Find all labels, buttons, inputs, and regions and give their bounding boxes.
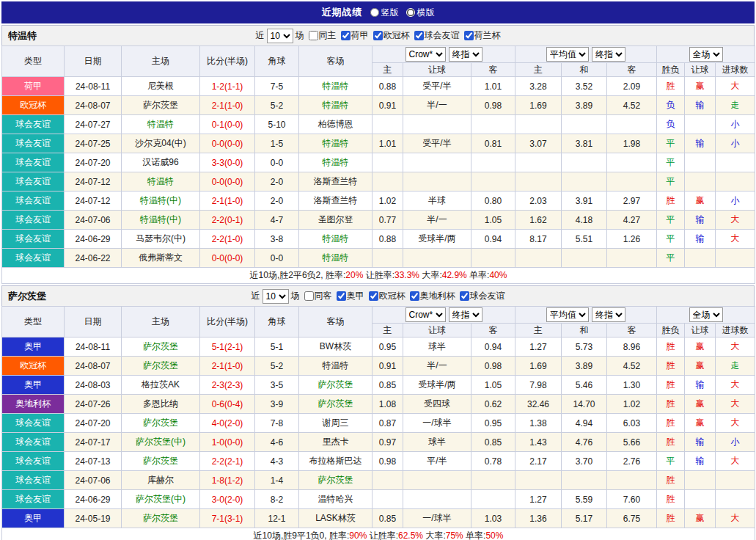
home-team[interactable]: 萨尔茨堡 <box>122 357 200 376</box>
result-handicap <box>685 115 716 134</box>
league-checkbox[interactable] <box>414 31 424 40</box>
horizontal-layout-radio[interactable] <box>406 8 415 17</box>
home-team[interactable]: 尼美根 <box>122 77 200 96</box>
match-score[interactable]: 2-1(1-0) <box>200 96 255 115</box>
vertical-layout-radio[interactable] <box>370 8 379 17</box>
away-team[interactable]: BW林茨 <box>299 338 373 357</box>
match-score[interactable]: 2-3(2-3) <box>200 376 255 395</box>
league-filter-2[interactable]: 欧冠杯 <box>373 29 410 42</box>
home-team[interactable]: 萨尔茨堡(中) <box>122 490 200 509</box>
home-team[interactable]: 萨尔茨堡 <box>122 509 200 528</box>
away-team[interactable]: 特温特 <box>299 153 373 172</box>
odds-home: 0.87 <box>373 414 403 433</box>
away-team[interactable]: 萨尔茨堡 <box>299 395 373 414</box>
away-team[interactable]: 温特哈兴 <box>299 490 373 509</box>
away-team[interactable]: 圣图尔登 <box>299 211 373 230</box>
away-team[interactable]: 特温特 <box>299 249 373 268</box>
match-score[interactable]: 0-0(0-0) <box>200 134 255 153</box>
match-score[interactable]: 0-0(0-0) <box>200 249 255 268</box>
avg-period-select[interactable]: 终指 <box>592 47 625 62</box>
match-score[interactable]: 2-2(2-1) <box>200 452 255 471</box>
home-team[interactable]: 俄弗斯蒂文 <box>122 249 200 268</box>
home-team[interactable]: 汉诺威96 <box>122 153 200 172</box>
odds-company-select[interactable]: Crow* <box>405 47 446 62</box>
odds-period-select[interactable]: 终指 <box>449 307 482 322</box>
home-team[interactable]: 萨尔茨堡 <box>122 414 200 433</box>
league-checkbox[interactable] <box>464 31 474 40</box>
home-team[interactable]: 马瑟韦尔(中) <box>122 230 200 249</box>
league-checkbox[interactable] <box>337 291 346 301</box>
avg-source-select[interactable]: 平均值 <box>546 47 589 62</box>
match-score[interactable]: 4-0(2-0) <box>200 414 255 433</box>
odds-company-select[interactable]: Crow* <box>405 307 446 322</box>
league-filter-2[interactable]: 欧冠杯 <box>369 290 405 302</box>
same-venue-checkbox[interactable] <box>304 291 314 301</box>
match-score[interactable]: 1-2(1-1) <box>200 77 255 96</box>
away-team[interactable]: 洛斯查兰特 <box>299 191 373 211</box>
away-team[interactable]: 洛斯查兰特 <box>299 172 373 191</box>
home-team[interactable]: 萨尔茨堡 <box>122 338 200 357</box>
layout-option-horizontal[interactable]: 横版 <box>406 7 435 19</box>
odds-period-select[interactable]: 终指 <box>449 47 482 62</box>
layout-option-vertical[interactable]: 竖版 <box>370 7 399 19</box>
league-filter-4[interactable]: 荷兰杯 <box>464 29 501 42</box>
away-team[interactable]: 特温特 <box>299 96 373 115</box>
match-date: 24-07-20 <box>65 414 122 433</box>
match-score[interactable]: 1-0(0-0) <box>200 433 255 452</box>
away-team[interactable]: 谢周三 <box>299 414 373 433</box>
home-team[interactable]: 萨尔茨堡 <box>122 96 200 115</box>
match-count-select[interactable]: 10 <box>263 289 289 304</box>
home-team[interactable]: 库赫尔 <box>122 471 200 490</box>
match-score[interactable]: 2-2(0-1) <box>200 211 255 230</box>
sub-header-cover: 让球 <box>685 324 716 338</box>
away-team[interactable]: 萨尔茨堡 <box>299 376 373 395</box>
fulltime-select[interactable]: 全场 <box>689 307 723 322</box>
avg-period-select[interactable]: 终指 <box>592 307 625 322</box>
same-venue-filter[interactable]: 同主 <box>309 29 337 42</box>
league-checkbox[interactable] <box>410 291 419 301</box>
match-score[interactable]: 2-2(1-0) <box>200 230 255 249</box>
match-score[interactable]: 0-0(0-0) <box>200 172 255 191</box>
league-checkbox[interactable] <box>369 291 378 301</box>
league-filter-4[interactable]: 球会友谊 <box>460 290 505 302</box>
league-filter-1[interactable]: 奥甲 <box>337 290 364 302</box>
away-team[interactable]: LASK林茨 <box>299 509 373 528</box>
home-team[interactable]: 多恩比纳 <box>122 395 200 414</box>
away-team[interactable]: 特温特 <box>299 77 373 96</box>
home-team[interactable]: 特温特(中) <box>122 211 200 230</box>
away-team[interactable]: 里杰卡 <box>299 433 373 452</box>
match-score[interactable]: 1-8(1-2) <box>200 471 255 490</box>
match-score[interactable]: 2-1(1-0) <box>200 357 255 376</box>
match-score[interactable]: 0-1(0-0) <box>200 115 255 134</box>
match-score[interactable]: 0-6(0-4) <box>200 395 255 414</box>
league-checkbox[interactable] <box>341 31 351 40</box>
away-team[interactable]: 布拉格斯巴达 <box>299 452 373 471</box>
home-team[interactable]: 萨尔茨堡(中) <box>122 433 200 452</box>
league-checkbox[interactable] <box>460 291 469 301</box>
match-score[interactable]: 2-1(1-0) <box>200 191 255 211</box>
away-team[interactable]: 特温特 <box>299 357 373 376</box>
fulltime-select[interactable]: 全场 <box>689 47 723 62</box>
away-team[interactable]: 特温特 <box>299 230 373 249</box>
league-filter-3[interactable]: 奥地利杯 <box>410 290 455 302</box>
league-checkbox[interactable] <box>373 31 383 40</box>
same-venue-filter[interactable]: 同客 <box>304 290 332 302</box>
home-team[interactable]: 格拉茨AK <box>122 376 200 395</box>
away-team[interactable]: 萨尔茨堡 <box>299 471 373 490</box>
away-team[interactable]: 特温特 <box>299 134 373 153</box>
home-team[interactable]: 沙尔克04(中) <box>122 134 200 153</box>
home-team[interactable]: 特温特 <box>122 115 200 134</box>
avg-source-select[interactable]: 平均值 <box>546 307 589 322</box>
match-count-select[interactable]: 10 <box>267 29 293 43</box>
home-team[interactable]: 特温特 <box>122 172 200 191</box>
home-team[interactable]: 特温特(中) <box>122 191 200 211</box>
away-team[interactable]: 柏德博恩 <box>299 115 373 134</box>
league-filter-1[interactable]: 荷甲 <box>341 29 369 42</box>
home-team[interactable]: 萨尔茨堡 <box>122 452 200 471</box>
match-score[interactable]: 7-1(3-1) <box>200 509 255 528</box>
league-filter-3[interactable]: 球会友谊 <box>414 29 460 42</box>
match-score[interactable]: 3-0(2-0) <box>200 490 255 509</box>
match-score[interactable]: 3-3(0-0) <box>200 153 255 172</box>
same-venue-checkbox[interactable] <box>309 31 318 40</box>
match-score[interactable]: 5-1(2-1) <box>200 338 255 357</box>
